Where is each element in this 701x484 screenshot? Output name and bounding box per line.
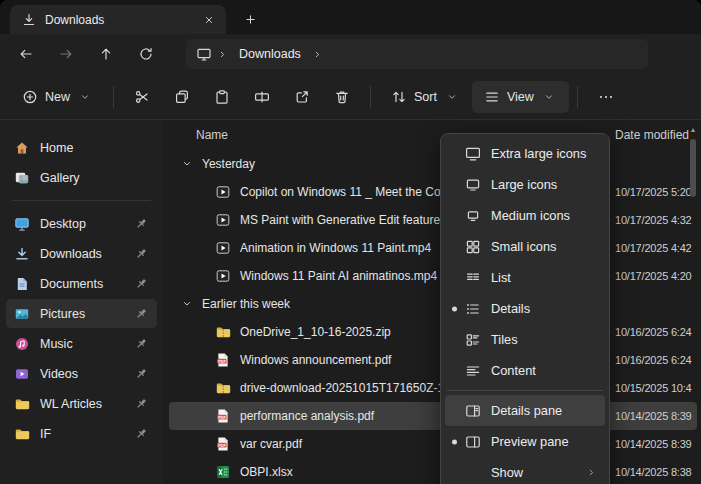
scrollbar-thumb[interactable] (690, 139, 696, 197)
menu-item-list[interactable]: List (445, 262, 605, 293)
chevron-right-icon (310, 46, 326, 62)
sidebar-item-documents[interactable]: Documents (6, 269, 157, 298)
sidebar-separator (12, 200, 151, 201)
file-name: var cvar.pdf (240, 437, 302, 451)
pdf-icon: PDF (215, 352, 231, 368)
sidebar-item-label: WL Articles (40, 397, 123, 411)
toolbar-separator (370, 86, 371, 108)
forward-button[interactable] (48, 39, 84, 69)
group-header-earlier-this-week[interactable]: Earlier this week (163, 290, 701, 318)
file-row-animation-in-windows-11-paint-mp4[interactable]: Animation in Windows 11 Paint.mp410/17/2… (169, 234, 697, 262)
file-row-obpi-xlsx[interactable]: OBPI.xlsx10/14/2025 8:38 (169, 458, 697, 484)
sidebar-item-home[interactable]: Home (6, 133, 157, 162)
new-label: New (45, 90, 70, 104)
sidebar-item-desktop[interactable]: Desktop (6, 209, 157, 238)
refresh-button[interactable] (128, 39, 164, 69)
pin-icon (133, 306, 149, 322)
share-icon (294, 89, 310, 105)
address-bar[interactable]: Downloads (186, 39, 648, 69)
pin-icon (133, 366, 149, 382)
breadcrumb-downloads[interactable]: Downloads (232, 47, 308, 61)
sidebar-item-music[interactable]: Music (6, 329, 157, 358)
monitor-icon (196, 46, 212, 62)
group-header-yesterday[interactable]: Yesterday (163, 150, 701, 178)
file-explorer-window: Downloads Downloads NewSortView HomeGall… (0, 0, 701, 484)
menu-item-content[interactable]: Content (445, 355, 605, 386)
tab-close-icon[interactable] (200, 11, 218, 29)
delete-button[interactable] (322, 81, 362, 113)
file-date-modified: 10/17/2025 4:42 (615, 242, 692, 254)
zip-icon (215, 324, 231, 340)
menu-item-details-pane[interactable]: Details pane (445, 395, 605, 426)
menu-item-small-icons[interactable]: Small icons (445, 231, 605, 262)
menu-item-label: Small icons (491, 239, 605, 254)
file-row-onedrive-1-10-16-2025-zip[interactable]: OneDrive_1_10-16-2025.zip10/16/2025 6:24 (169, 318, 697, 346)
file-date-modified: 10/15/2025 10:4 (615, 382, 692, 394)
menu-item-large-icons[interactable]: Large icons (445, 169, 605, 200)
sort-label: Sort (414, 90, 437, 104)
sidebar-item-pictures[interactable]: Pictures (6, 299, 157, 328)
column-header-name[interactable]: Name (196, 128, 228, 142)
menu-item-extra-large-icons[interactable]: Extra large icons (445, 138, 605, 169)
menu-item-medium-icons[interactable]: Medium icons (445, 200, 605, 231)
chevron-down-icon (179, 296, 195, 312)
view-label: View (507, 90, 534, 104)
up-button[interactable] (88, 39, 124, 69)
menu-item-label: Large icons (491, 177, 605, 192)
file-date-modified: 10/16/2025 6:24 (615, 326, 692, 338)
sidebar-item-gallery[interactable]: Gallery (6, 163, 157, 192)
file-row-drive-download-20251015t171650z-1-001[interactable]: drive-download-20251015T171650Z-1-001...… (169, 374, 697, 402)
scroll-up-icon[interactable]: ▲ (690, 124, 697, 136)
file-row-ms-paint-with-generative-edit-feature-mp4[interactable]: MS Paint with Generative Edit feature.mp… (169, 206, 697, 234)
file-row-copilot-on-windows-11-meet-the-compu[interactable]: Copilot on Windows 11 _ Meet the Compu..… (169, 178, 697, 206)
rename-button[interactable] (242, 81, 282, 113)
downloads-tab-icon (21, 12, 37, 28)
sidebar-item-videos[interactable]: Videos (6, 359, 157, 388)
menu-item-show[interactable]: Show (445, 457, 605, 484)
view-lines-icon (484, 89, 500, 105)
selected-bullet-icon (452, 439, 457, 444)
sidebar-item-downloads[interactable]: Downloads (6, 239, 157, 268)
file-date-modified: 10/14/2025 8:38 (615, 466, 692, 478)
menu-item-preview-pane[interactable]: Preview pane (445, 426, 605, 457)
cut-button[interactable] (122, 81, 162, 113)
file-name: Copilot on Windows 11 _ Meet the Compu..… (240, 185, 474, 199)
file-row-windows-11-paint-ai-animatinos-mp4[interactable]: Windows 11 Paint AI animatinos.mp410/17/… (169, 262, 697, 290)
desktop-icon (14, 216, 30, 232)
more-button[interactable] (586, 81, 626, 113)
back-button[interactable] (8, 39, 44, 69)
file-date-modified: 10/14/2025 8:39 (615, 410, 692, 422)
group-label: Yesterday (202, 157, 255, 171)
folder-icon (14, 426, 30, 442)
sidebar-item-wl-articles[interactable]: WL Articles (6, 389, 157, 418)
tab-downloads[interactable]: Downloads (10, 5, 226, 34)
new-tab-button[interactable] (236, 6, 264, 32)
file-date-modified: 10/17/2025 4:20 (615, 270, 692, 282)
column-header-date-modified[interactable]: Date modified (615, 128, 689, 142)
paste-button[interactable] (202, 81, 242, 113)
share-button[interactable] (282, 81, 322, 113)
view-button[interactable]: View (472, 81, 569, 113)
sort-button[interactable]: Sort (379, 81, 472, 113)
toolbar-separator (577, 86, 578, 108)
pdf-icon: PDF (215, 436, 231, 452)
group-label: Earlier this week (202, 297, 290, 311)
monitor-xl-icon (465, 146, 481, 162)
pictures-icon (14, 306, 30, 322)
copy-button[interactable] (162, 81, 202, 113)
file-row-windows-announcement-pdf[interactable]: PDFWindows announcement.pdf10/16/2025 6:… (169, 346, 697, 374)
navigation-sidebar: HomeGalleryDesktopDownloadsDocumentsPict… (0, 120, 163, 484)
file-row-performance-analysis-pdf[interactable]: PDFperformance analysis.pdf10/14/2025 8:… (169, 402, 697, 430)
sidebar-item-if[interactable]: IF (6, 419, 157, 448)
sidebar-item-label: IF (40, 427, 123, 441)
scrollbar[interactable]: ▲ (687, 124, 699, 484)
list-icon (465, 270, 481, 286)
file-row-var-cvar-pdf[interactable]: PDFvar cvar.pdf10/14/2025 8:39 (169, 430, 697, 458)
menu-item-tiles[interactable]: Tiles (445, 324, 605, 355)
file-name: OBPI.xlsx (240, 465, 293, 479)
menu-item-details[interactable]: Details (445, 293, 605, 324)
documents-icon (14, 276, 30, 292)
excel-icon (215, 464, 231, 480)
new-button[interactable]: New (10, 81, 105, 113)
svg-text:PDF: PDF (218, 444, 226, 448)
